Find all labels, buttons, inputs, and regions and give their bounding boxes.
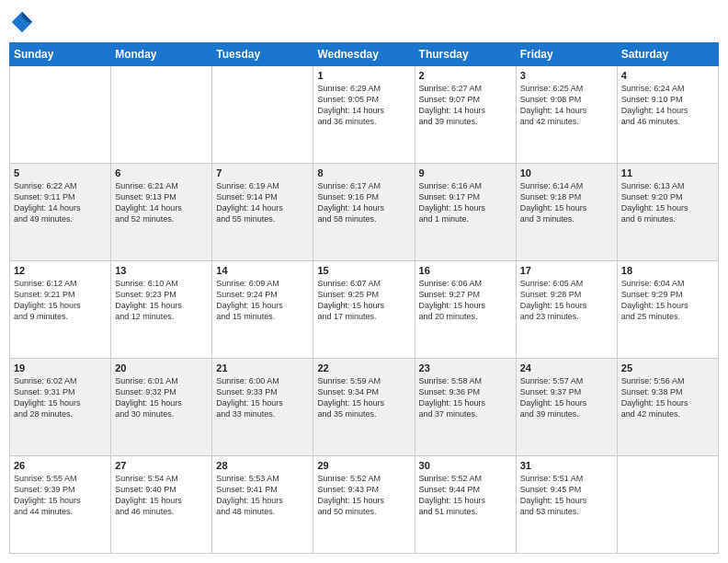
day-number: 25 xyxy=(621,362,714,373)
day-info: Sunrise: 6:10 AM Sunset: 9:23 PM Dayligh… xyxy=(115,278,208,323)
weekday-header-tuesday: Tuesday xyxy=(212,43,313,66)
day-number: 17 xyxy=(520,265,613,276)
day-cell: 24Sunrise: 5:57 AM Sunset: 9:37 PM Dayli… xyxy=(516,359,617,456)
day-cell: 4Sunrise: 6:24 AM Sunset: 9:10 PM Daylig… xyxy=(617,66,718,164)
day-number: 13 xyxy=(115,265,208,276)
day-cell: 7Sunrise: 6:19 AM Sunset: 9:14 PM Daylig… xyxy=(212,164,313,261)
day-cell: 21Sunrise: 6:00 AM Sunset: 9:33 PM Dayli… xyxy=(212,359,313,456)
day-info: Sunrise: 6:00 AM Sunset: 9:33 PM Dayligh… xyxy=(216,375,309,420)
day-info: Sunrise: 6:07 AM Sunset: 9:25 PM Dayligh… xyxy=(317,278,410,323)
page: SundayMondayTuesdayWednesdayThursdayFrid… xyxy=(0,0,728,563)
day-cell: 14Sunrise: 6:09 AM Sunset: 9:24 PM Dayli… xyxy=(212,261,313,359)
day-info: Sunrise: 6:05 AM Sunset: 9:28 PM Dayligh… xyxy=(520,278,613,323)
day-info: Sunrise: 5:57 AM Sunset: 9:37 PM Dayligh… xyxy=(520,375,613,420)
week-row-1: 5Sunrise: 6:22 AM Sunset: 9:11 PM Daylig… xyxy=(10,164,719,261)
day-number: 29 xyxy=(317,460,410,471)
weekday-header-thursday: Thursday xyxy=(415,43,516,66)
week-row-4: 26Sunrise: 5:55 AM Sunset: 9:39 PM Dayli… xyxy=(10,456,719,554)
day-number: 30 xyxy=(419,460,512,471)
day-info: Sunrise: 5:59 AM Sunset: 9:34 PM Dayligh… xyxy=(317,375,410,420)
day-info: Sunrise: 6:04 AM Sunset: 9:29 PM Dayligh… xyxy=(621,278,714,323)
day-cell: 23Sunrise: 5:58 AM Sunset: 9:36 PM Dayli… xyxy=(415,359,516,456)
day-info: Sunrise: 5:52 AM Sunset: 9:43 PM Dayligh… xyxy=(317,473,410,518)
day-number: 15 xyxy=(317,265,410,276)
day-info: Sunrise: 5:58 AM Sunset: 9:36 PM Dayligh… xyxy=(419,375,512,420)
day-cell: 18Sunrise: 6:04 AM Sunset: 9:29 PM Dayli… xyxy=(617,261,718,359)
logo-icon xyxy=(9,9,35,35)
weekday-header-wednesday: Wednesday xyxy=(313,43,415,66)
day-cell: 6Sunrise: 6:21 AM Sunset: 9:13 PM Daylig… xyxy=(111,164,212,261)
day-cell xyxy=(10,66,111,164)
day-number: 20 xyxy=(115,362,208,373)
day-cell xyxy=(617,456,718,554)
day-info: Sunrise: 6:02 AM Sunset: 9:31 PM Dayligh… xyxy=(14,375,107,420)
day-cell: 11Sunrise: 6:13 AM Sunset: 9:20 PM Dayli… xyxy=(617,164,718,261)
day-number: 18 xyxy=(621,265,714,276)
day-cell: 13Sunrise: 6:10 AM Sunset: 9:23 PM Dayli… xyxy=(111,261,212,359)
day-info: Sunrise: 5:53 AM Sunset: 9:41 PM Dayligh… xyxy=(216,473,309,518)
day-info: Sunrise: 6:01 AM Sunset: 9:32 PM Dayligh… xyxy=(115,375,208,420)
day-number: 19 xyxy=(14,362,107,373)
day-info: Sunrise: 6:14 AM Sunset: 9:18 PM Dayligh… xyxy=(520,180,613,225)
day-cell: 5Sunrise: 6:22 AM Sunset: 9:11 PM Daylig… xyxy=(10,164,111,261)
day-info: Sunrise: 6:29 AM Sunset: 9:05 PM Dayligh… xyxy=(317,83,410,128)
day-cell: 2Sunrise: 6:27 AM Sunset: 9:07 PM Daylig… xyxy=(415,66,516,164)
day-info: Sunrise: 6:22 AM Sunset: 9:11 PM Dayligh… xyxy=(14,180,107,225)
day-info: Sunrise: 5:54 AM Sunset: 9:40 PM Dayligh… xyxy=(115,473,208,518)
day-cell xyxy=(212,66,313,164)
day-info: Sunrise: 6:16 AM Sunset: 9:17 PM Dayligh… xyxy=(419,180,512,225)
day-number: 10 xyxy=(520,167,613,178)
day-number: 14 xyxy=(216,265,309,276)
day-cell: 8Sunrise: 6:17 AM Sunset: 9:16 PM Daylig… xyxy=(313,164,415,261)
day-number: 22 xyxy=(317,362,410,373)
day-cell xyxy=(111,66,212,164)
day-cell: 17Sunrise: 6:05 AM Sunset: 9:28 PM Dayli… xyxy=(516,261,617,359)
day-number: 3 xyxy=(520,70,613,81)
day-info: Sunrise: 6:12 AM Sunset: 9:21 PM Dayligh… xyxy=(14,278,107,323)
day-number: 8 xyxy=(317,167,410,178)
day-info: Sunrise: 5:52 AM Sunset: 9:44 PM Dayligh… xyxy=(419,473,512,518)
day-cell: 9Sunrise: 6:16 AM Sunset: 9:17 PM Daylig… xyxy=(415,164,516,261)
day-info: Sunrise: 5:56 AM Sunset: 9:38 PM Dayligh… xyxy=(621,375,714,420)
day-cell: 20Sunrise: 6:01 AM Sunset: 9:32 PM Dayli… xyxy=(111,359,212,456)
day-cell: 1Sunrise: 6:29 AM Sunset: 9:05 PM Daylig… xyxy=(313,66,415,164)
day-number: 6 xyxy=(115,167,208,178)
day-number: 5 xyxy=(14,167,107,178)
day-cell: 15Sunrise: 6:07 AM Sunset: 9:25 PM Dayli… xyxy=(313,261,415,359)
day-number: 26 xyxy=(14,460,107,471)
day-info: Sunrise: 6:19 AM Sunset: 9:14 PM Dayligh… xyxy=(216,180,309,225)
day-info: Sunrise: 6:24 AM Sunset: 9:10 PM Dayligh… xyxy=(621,83,714,128)
day-cell: 19Sunrise: 6:02 AM Sunset: 9:31 PM Dayli… xyxy=(10,359,111,456)
day-cell: 3Sunrise: 6:25 AM Sunset: 9:08 PM Daylig… xyxy=(516,66,617,164)
week-row-0: 1Sunrise: 6:29 AM Sunset: 9:05 PM Daylig… xyxy=(10,66,719,164)
day-number: 4 xyxy=(621,70,714,81)
header xyxy=(9,9,719,35)
day-info: Sunrise: 6:06 AM Sunset: 9:27 PM Dayligh… xyxy=(419,278,512,323)
day-cell: 31Sunrise: 5:51 AM Sunset: 9:45 PM Dayli… xyxy=(516,456,617,554)
week-row-3: 19Sunrise: 6:02 AM Sunset: 9:31 PM Dayli… xyxy=(10,359,719,456)
day-number: 28 xyxy=(216,460,309,471)
day-number: 21 xyxy=(216,362,309,373)
day-number: 16 xyxy=(419,265,512,276)
day-number: 12 xyxy=(14,265,107,276)
day-cell: 27Sunrise: 5:54 AM Sunset: 9:40 PM Dayli… xyxy=(111,456,212,554)
day-number: 9 xyxy=(419,167,512,178)
day-info: Sunrise: 5:51 AM Sunset: 9:45 PM Dayligh… xyxy=(520,473,613,518)
day-cell: 12Sunrise: 6:12 AM Sunset: 9:21 PM Dayli… xyxy=(10,261,111,359)
day-info: Sunrise: 6:27 AM Sunset: 9:07 PM Dayligh… xyxy=(419,83,512,128)
week-row-2: 12Sunrise: 6:12 AM Sunset: 9:21 PM Dayli… xyxy=(10,261,719,359)
day-cell: 30Sunrise: 5:52 AM Sunset: 9:44 PM Dayli… xyxy=(415,456,516,554)
calendar-table: SundayMondayTuesdayWednesdayThursdayFrid… xyxy=(9,42,719,554)
day-info: Sunrise: 6:17 AM Sunset: 9:16 PM Dayligh… xyxy=(317,180,410,225)
weekday-header-friday: Friday xyxy=(516,43,617,66)
day-cell: 26Sunrise: 5:55 AM Sunset: 9:39 PM Dayli… xyxy=(10,456,111,554)
day-info: Sunrise: 6:21 AM Sunset: 9:13 PM Dayligh… xyxy=(115,180,208,225)
day-number: 11 xyxy=(621,167,714,178)
weekday-header-saturday: Saturday xyxy=(617,43,718,66)
day-info: Sunrise: 6:13 AM Sunset: 9:20 PM Dayligh… xyxy=(621,180,714,225)
day-cell: 10Sunrise: 6:14 AM Sunset: 9:18 PM Dayli… xyxy=(516,164,617,261)
day-cell: 25Sunrise: 5:56 AM Sunset: 9:38 PM Dayli… xyxy=(617,359,718,456)
day-info: Sunrise: 5:55 AM Sunset: 9:39 PM Dayligh… xyxy=(14,473,107,518)
weekday-header-monday: Monday xyxy=(111,43,212,66)
day-number: 23 xyxy=(419,362,512,373)
